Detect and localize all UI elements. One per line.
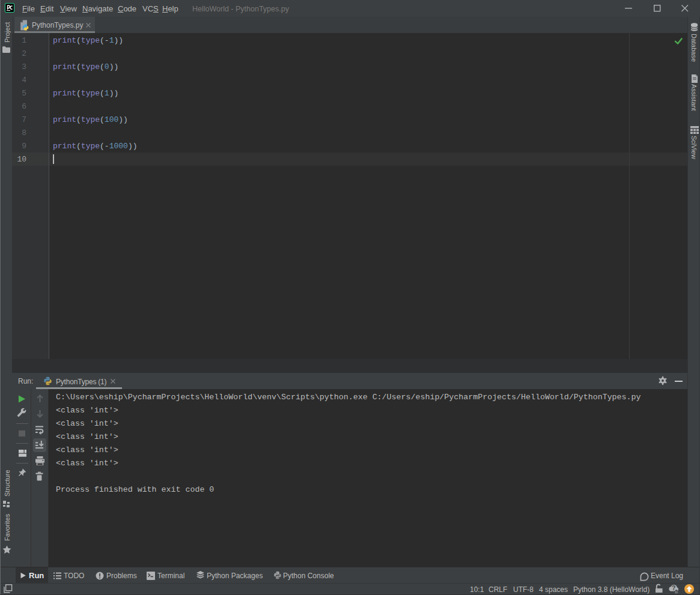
svg-text:?: ? bbox=[672, 584, 675, 591]
